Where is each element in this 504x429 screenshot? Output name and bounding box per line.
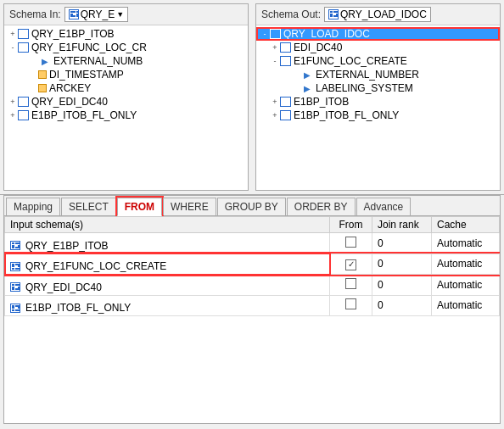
main-container: Schema In: QRY_E ▼ + (0, 0, 504, 429)
row3-label: QRY_EDI_DC40 (25, 281, 102, 293)
tree-item-external-number-out[interactable]: ▶ EXTERNAL_NUMBER (256, 68, 500, 81)
row4-label: E1BP_ITOB_FL_ONLY (25, 302, 131, 314)
table-icon-edi-dc40 (280, 42, 291, 53)
row1-checkbox[interactable] (345, 237, 356, 248)
row2-icon-group: QRY_E1FUNC_LOC_CREATE (10, 260, 166, 272)
tree-item-external-numb[interactable]: ▶ EXTERNAL_NUMB (4, 54, 248, 68)
tab-where[interactable]: WHERE (163, 198, 216, 215)
table-row: QRY_E1FUNC_LOC_CREATE 0 Automatic (5, 254, 500, 275)
schema-in-label: Schema In: (9, 8, 61, 20)
table-icon-e1bp-itob-fl (18, 110, 29, 120)
row4-schema: E1BP_ITOB_FL_ONLY (5, 295, 330, 316)
tab-advance[interactable]: Advance (356, 198, 412, 215)
tree-label-qry-edi-dc40: QRY_EDI_DC40 (31, 96, 108, 108)
tree-item-e1bp-itob-fl-out[interactable]: + E1BP_ITOB_FL_ONLY (256, 109, 500, 122)
row3-from-cell[interactable] (330, 275, 372, 296)
schema-in-table-icon (69, 9, 79, 20)
row1-table-icon (10, 241, 20, 250)
tree-item-e1bp-itob-out[interactable]: + E1BP_ITOB (256, 95, 500, 109)
schema-in-panel: Schema In: QRY_E ▼ + (3, 3, 249, 191)
row3-cache: Automatic (432, 275, 500, 296)
schema-out-label: Schema Out: (261, 8, 321, 20)
row1-from-cell[interactable] (330, 233, 372, 254)
tree-label-edi-dc40: EDI_DC40 (294, 42, 342, 53)
expand-e1bp-itob-fl-out[interactable]: + (270, 110, 280, 120)
table-icon-qry-e1func (18, 42, 29, 53)
table-row: QRY_EDI_DC40 0 Automatic (5, 275, 500, 296)
table-icon-qry-load-idoc (270, 29, 281, 39)
col-join-rank: Join rank (372, 217, 432, 233)
field-icon-arckey (38, 84, 47, 92)
row1-schema: QRY_E1BP_ITOB (5, 233, 330, 254)
col-cache: Cache (432, 217, 500, 233)
tab-order-by[interactable]: ORDER BY (287, 198, 356, 215)
tree-label-qry-e1bp-itob: QRY_E1BP_ITOB (31, 28, 115, 40)
from-tab-content: Input schema(s) From Join rank Cache (4, 216, 500, 423)
schema-in-value: QRY_E (81, 8, 115, 20)
tab-select[interactable]: SELECT (61, 198, 116, 215)
tree-item-e1func-loc-create[interactable]: - E1FUNC_LOC_CREATE (256, 54, 500, 68)
tree-item-labeling-system[interactable]: ▶ LABELING_SYSTEM (256, 81, 500, 95)
expand-e1bp-itob-out[interactable]: + (270, 97, 280, 107)
arrow-icon-external-numb: ▶ (38, 55, 52, 67)
schema-in-header: Schema In: QRY_E ▼ (4, 4, 248, 25)
expand-e1bp-itob-fl[interactable]: + (8, 110, 18, 120)
expand-qry-e1bp-itob[interactable]: + (8, 29, 18, 39)
row1-label: QRY_E1BP_ITOB (25, 240, 109, 252)
tab-mapping[interactable]: Mapping (6, 198, 60, 215)
tab-bar: Mapping SELECT FROM WHERE GROUP BY ORDER… (4, 196, 500, 216)
schema-out-select[interactable]: QRY_LOAD_IDOC (324, 7, 431, 22)
row4-table-icon (10, 304, 20, 313)
expand-labeling-system (290, 83, 300, 93)
row2-label: QRY_E1FUNC_LOC_CREATE (25, 260, 166, 272)
tree-label-labeling-system: LABELING_SYSTEM (316, 82, 413, 94)
schema-in-select[interactable]: QRY_E ▼ (64, 7, 128, 22)
schema-in-chevron: ▼ (116, 10, 124, 19)
schema-panel: Schema In: QRY_E ▼ + (0, 0, 504, 195)
row3-table-icon (10, 282, 20, 292)
expand-qry-load-idoc[interactable]: - (260, 29, 270, 39)
tree-label-qry-load-idoc: QRY_LOAD_IDOC (283, 28, 370, 40)
row3-checkbox[interactable] (345, 278, 356, 289)
row2-checkbox[interactable] (345, 259, 356, 270)
row4-icon-group: E1BP_ITOB_FL_ONLY (10, 302, 131, 314)
row4-from-cell[interactable] (330, 295, 372, 316)
expand-e1func-loc-create[interactable]: - (270, 56, 280, 66)
tree-item-edi-dc40[interactable]: + EDI_DC40 (256, 41, 500, 54)
tab-group-by[interactable]: GROUP BY (217, 198, 286, 215)
schema-in-tree[interactable]: + QRY_E1BP_ITOB - QR (4, 25, 248, 190)
table-icon-e1func-loc-create (280, 56, 291, 66)
tree-item-qry-e1func[interactable]: - QRY_E1FUNC_LOC_CR (4, 41, 248, 54)
col-input-schema: Input schema(s) (5, 217, 330, 233)
tab-from[interactable]: FROM (117, 198, 162, 216)
tree-label-e1bp-itob-fl-out: E1BP_ITOB_FL_ONLY (294, 109, 399, 121)
row3-schema: QRY_EDI_DC40 (5, 275, 330, 296)
expand-qry-e1func[interactable]: - (8, 42, 18, 53)
row2-table-icon (10, 262, 20, 271)
expand-edi-dc40[interactable]: + (270, 42, 280, 53)
tree-item-qry-load-idoc[interactable]: - QRY_LOAD_IDOC (256, 27, 500, 41)
tree-label-arckey: ARCKEY (49, 82, 91, 94)
table-row: E1BP_ITOB_FL_ONLY 0 Automatic (5, 295, 500, 316)
row2-from-cell[interactable] (330, 254, 372, 275)
tree-item-e1bp-itob-fl[interactable]: + E1BP_ITOB_FL_ONLY (4, 109, 248, 122)
tree-label-e1bp-itob-fl: E1BP_ITOB_FL_ONLY (31, 109, 137, 121)
row3-join-rank: 0 (372, 275, 432, 296)
tree-item-qry-edi-dc40[interactable]: + QRY_EDI_DC40 (4, 95, 248, 109)
row4-checkbox[interactable] (345, 298, 356, 309)
expand-external-numb (28, 56, 38, 66)
table-icon-e1bp-itob-fl-out (280, 110, 291, 120)
tree-item-arckey[interactable]: ARCKEY (4, 81, 248, 95)
tree-label-qry-e1func: QRY_E1FUNC_LOC_CR (31, 42, 147, 53)
row1-icon-group: QRY_E1BP_ITOB (10, 240, 109, 252)
schema-out-tree[interactable]: - QRY_LOAD_IDOC + ED (256, 25, 500, 190)
tree-item-qry-e1bp-itob[interactable]: + QRY_E1BP_ITOB (4, 27, 248, 41)
row2-join-rank: 0 (372, 254, 432, 275)
tree-item-di-timestamp[interactable]: DI_TIMESTAMP (4, 68, 248, 81)
arrow-icon-external-number-out: ▶ (300, 69, 314, 81)
tree-label-external-numb: EXTERNAL_NUMB (53, 55, 143, 67)
tree-label-e1bp-itob-out: E1BP_ITOB (294, 96, 349, 108)
table-row: QRY_E1BP_ITOB 0 Automatic (5, 233, 500, 254)
expand-qry-edi-dc40[interactable]: + (8, 97, 18, 107)
tabs-panel: Mapping SELECT FROM WHERE GROUP BY ORDER… (3, 195, 501, 424)
